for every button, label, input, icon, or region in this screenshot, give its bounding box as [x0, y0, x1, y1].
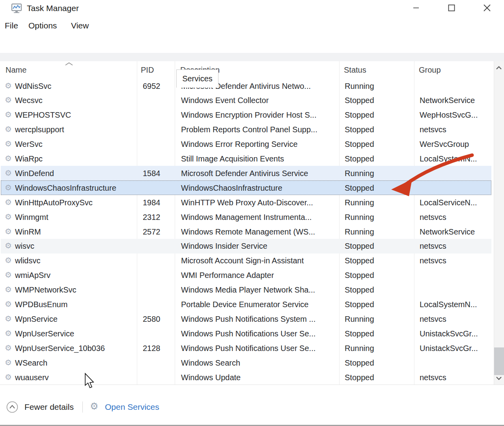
cell-description: Microsoft Account Sign-in Assistant — [181, 256, 304, 265]
cell-status: Stopped — [345, 358, 374, 367]
cell-description: Windows Remote Management (WS... — [181, 227, 315, 236]
close-icon — [483, 4, 491, 11]
scrollbar-thumb[interactable] — [494, 347, 504, 375]
cell-group: UnistackSvcGr... — [420, 343, 478, 353]
table-row[interactable]: ⚙wlidsvcMicrosoft Account Sign-in Assist… — [1, 253, 491, 268]
service-gear-icon: ⚙ — [5, 213, 12, 221]
cell-pid: 6952 — [143, 81, 161, 90]
menu-view[interactable]: View — [71, 20, 89, 32]
table-row[interactable]: ⚙WPDBusEnumPortable Device Enumerator Se… — [1, 297, 491, 312]
cell-name: Wecsvc — [15, 96, 43, 105]
cell-description: Windows Management Instrumenta... — [181, 212, 312, 221]
service-gear-icon: ⚙ — [5, 315, 12, 323]
cell-status: Running — [345, 343, 374, 353]
cell-name: WiaRpc — [15, 154, 43, 163]
cell-description: Windows Encryption Provider Host S... — [181, 111, 316, 120]
cell-status: Stopped — [345, 140, 374, 149]
table-row[interactable]: ⚙WEPHOSTSVCWindows Encryption Provider H… — [1, 108, 491, 122]
column-header-group[interactable]: Group — [419, 61, 441, 79]
maximize-button[interactable] — [441, 0, 462, 16]
cell-name: wercplsupport — [15, 125, 64, 134]
open-services-link[interactable]: Open Services — [105, 402, 159, 412]
cell-description: Windows Push Notifications System ... — [181, 314, 315, 323]
cell-status: Stopped — [345, 329, 374, 338]
table-row[interactable]: ⚙WpnUserService_10b0362128Windows Push N… — [1, 341, 491, 355]
cell-description: Windows Push Notifications User Se... — [181, 343, 315, 353]
cell-group: netsvcs — [420, 314, 446, 323]
cell-name: WpnUserService — [15, 329, 74, 338]
service-gear-icon: ⚙ — [5, 125, 12, 133]
cell-status: Stopped — [345, 154, 374, 163]
cell-status: Running — [345, 314, 374, 323]
cell-name: wmiApSrv — [15, 271, 50, 280]
cell-group: netsvcs — [420, 373, 446, 382]
cell-name: WinRM — [15, 227, 41, 236]
fewer-details-button[interactable]: Fewer details — [24, 402, 74, 412]
cell-group: WepHostSvcG... — [420, 111, 478, 120]
cell-status: Stopped — [345, 183, 374, 192]
table-row[interactable]: ⚙WMPNetworkSvcWindows Media Player Netwo… — [1, 283, 491, 297]
cell-group: LocalServiceN... — [420, 198, 477, 207]
cell-pid: 1584 — [143, 169, 161, 178]
minimize-button[interactable] — [405, 0, 427, 16]
service-gear-icon: ⚙ — [5, 154, 12, 162]
cell-name: wlidsvc — [15, 256, 40, 265]
menu-bar: File Options View — [0, 17, 504, 34]
table-row[interactable]: ⚙WpnUserServiceWindows Push Notification… — [1, 326, 491, 341]
cell-status: Stopped — [345, 96, 374, 105]
service-gear-icon: ⚙ — [5, 242, 12, 250]
table-row[interactable]: ⚙Winmgmt2312Windows Management Instrumen… — [1, 210, 491, 224]
table-row[interactable]: ⚙WpnService2580Windows Push Notification… — [1, 312, 491, 326]
column-header-pid[interactable]: PID — [141, 61, 154, 79]
service-gear-icon: ⚙ — [5, 358, 12, 366]
cell-pid: 1984 — [143, 198, 161, 207]
service-gear-icon: ⚙ — [5, 300, 12, 308]
table-row[interactable]: ⚙wisvcWindows Insider ServiceStoppednets… — [1, 239, 491, 253]
cell-status: Stopped — [345, 125, 374, 134]
fewer-details-chevron-icon[interactable] — [6, 401, 18, 413]
table-row[interactable]: ⚙WindowsChaosInfrastructureWindowsChaosI… — [1, 180, 491, 195]
service-gear-icon: ⚙ — [5, 169, 12, 177]
sort-ascending-icon — [64, 62, 74, 66]
cell-description: Microsoft Defender Antivirus Service — [181, 169, 308, 178]
cell-description: Still Image Acquisition Events — [181, 154, 284, 163]
service-gear-icon: ⚙ — [5, 184, 12, 191]
menu-file[interactable]: File — [5, 20, 18, 32]
menu-options[interactable]: Options — [28, 20, 57, 32]
chevron-up-icon — [496, 66, 502, 70]
table-row[interactable]: ⚙WdNisSvc6952Microsoft Defender Antiviru… — [1, 79, 491, 93]
service-gear-icon: ⚙ — [5, 198, 12, 206]
close-button[interactable] — [476, 0, 498, 16]
table-row[interactable]: ⚙WiaRpcStill Image Acquisition EventsSto… — [1, 152, 491, 166]
table-row[interactable]: ⚙WinHttpAutoProxySvc1984WinHTTP Web Prox… — [1, 195, 491, 210]
scrollbar-down-button[interactable] — [494, 373, 504, 384]
cell-name: wisvc — [15, 242, 34, 251]
cell-name: WdNisSvc — [15, 81, 51, 90]
cell-name: WMPNetworkSvc — [15, 285, 77, 295]
table-row[interactable]: ⚙WecsvcWindows Event CollectorStoppedNet… — [1, 93, 491, 108]
cell-name: WpnUserService_10b036 — [15, 343, 105, 353]
cell-description: WMI Performance Adapter — [181, 271, 274, 280]
title-bar: Task Manager — [0, 0, 504, 17]
cell-pid: 2580 — [143, 314, 161, 323]
table-row[interactable]: ⚙WSearchWindows SearchStopped — [1, 355, 491, 370]
table-row[interactable]: ⚙wmiApSrvWMI Performance AdapterStopped — [1, 268, 491, 283]
cell-description: Windows Update — [181, 373, 241, 382]
service-gear-icon: ⚙ — [5, 344, 12, 352]
column-header-status[interactable]: Status — [344, 61, 366, 79]
scrollbar-up-button[interactable] — [494, 62, 504, 73]
column-header-name[interactable]: Name — [6, 61, 26, 79]
tab-services[interactable]: Services — [176, 69, 218, 88]
table-row[interactable]: ⚙WinRM2572Windows Remote Management (WS.… — [1, 224, 491, 239]
cell-status: Running — [345, 169, 374, 178]
table-row[interactable]: ⚙wuauservWindows UpdateStoppednetsvcs — [1, 370, 491, 385]
cell-status: Running — [345, 81, 374, 90]
cell-group: UnistackSvcGr... — [420, 329, 478, 338]
table-row[interactable]: ⚙WinDefend1584Microsoft Defender Antivir… — [1, 166, 491, 180]
vertical-scrollbar[interactable] — [494, 61, 504, 385]
cell-group: netsvcs — [420, 256, 446, 265]
tab-strip: Processes Performance Users Details Serv… — [0, 35, 504, 53]
footer-bar: Fewer details ⚙ Open Services — [0, 385, 504, 425]
table-row[interactable]: ⚙WerSvcWindows Error Reporting ServiceSt… — [1, 137, 491, 152]
table-row[interactable]: ⚙wercplsupportProblem Reports Control Pa… — [1, 122, 491, 137]
